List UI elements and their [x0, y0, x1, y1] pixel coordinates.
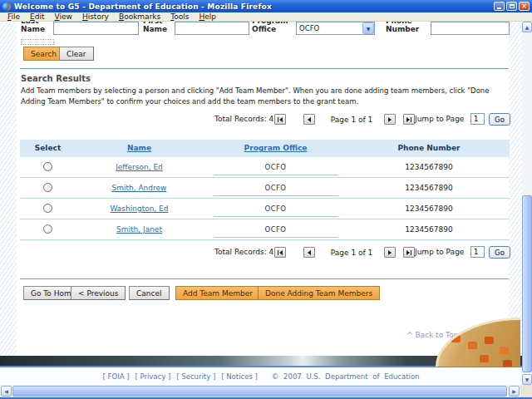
- divider: [20, 278, 509, 279]
- last-page-button[interactable]: [403, 114, 415, 125]
- last-name-input[interactable]: [53, 22, 139, 35]
- menu-bar: File Edit View History Bookmarks Tools H…: [0, 12, 532, 22]
- phone-number-value: 1234567890: [405, 179, 452, 192]
- search-button[interactable]: Search: [23, 47, 64, 61]
- select-radio[interactable]: [43, 162, 52, 171]
- first-page-button[interactable]: [274, 114, 286, 125]
- header-program-office-label[interactable]: Program Office: [244, 144, 308, 152]
- table-row: Jefferson, Ed OCFO 1234567890: [20, 157, 510, 178]
- window-title: Welcome to G5 - Department of Education …: [14, 2, 494, 11]
- cancel-button[interactable]: Cancel: [129, 286, 170, 300]
- clear-button[interactable]: Clear: [59, 47, 94, 61]
- classroom-chairs-image: [436, 318, 520, 367]
- menu-history[interactable]: History: [78, 12, 115, 21]
- jump-to-page-input[interactable]: [470, 113, 485, 125]
- scrollbar-corner: [520, 385, 532, 397]
- table-row: Smith, Janet OCFO 1234567890: [20, 219, 510, 240]
- focus-marker: [21, 39, 54, 45]
- window-titlebar: Welcome to G5 - Department of Education …: [0, 0, 532, 12]
- phone-number-value: 1234567890: [405, 200, 452, 213]
- phone-number-input[interactable]: [431, 22, 510, 35]
- vertical-scrollbar-thumb[interactable]: [522, 195, 532, 372]
- previous-page-icon: [308, 250, 311, 255]
- footer-link-notices[interactable]: [ Notices ]: [221, 372, 258, 381]
- left-margin-stripes: [0, 22, 17, 356]
- previous-page-button[interactable]: [303, 114, 315, 125]
- scroll-left-button[interactable]: ◀: [1, 386, 12, 397]
- first-page-button[interactable]: [274, 247, 286, 258]
- program-office-value: OCFO: [214, 225, 338, 238]
- scroll-right-button[interactable]: ▶: [509, 386, 520, 397]
- window-controls: ×: [494, 2, 530, 11]
- vertical-scrollbar[interactable]: ▲ ▼: [522, 22, 532, 385]
- last-page-button[interactable]: [403, 247, 415, 258]
- copyright-text: © 2007 U.S. Department of Education: [272, 372, 420, 381]
- next-page-icon: [388, 250, 392, 255]
- add-team-member-button[interactable]: Add Team Member: [175, 286, 260, 300]
- previous-button[interactable]: < Previous: [71, 286, 126, 300]
- next-page-icon: [388, 117, 392, 122]
- browser-window: Welcome to G5 - Department of Education …: [0, 0, 532, 399]
- program-office-select[interactable]: OCFO ▼: [296, 22, 375, 35]
- first-name-input[interactable]: [175, 22, 249, 35]
- menu-help[interactable]: Help: [195, 12, 222, 21]
- footer-link-security[interactable]: [ Security ]: [176, 372, 215, 381]
- go-button[interactable]: Go: [489, 246, 510, 259]
- firefox-icon: [2, 2, 11, 11]
- footer-link-privacy[interactable]: [ Privacy ]: [135, 372, 170, 381]
- page-footer: [ FOIA ] [ Privacy ] [ Security ] [ Noti…: [0, 367, 522, 385]
- maximize-button[interactable]: [506, 2, 517, 11]
- program-office-value: OCFO: [214, 163, 338, 175]
- person-name-link[interactable]: Washington, Ed: [110, 200, 168, 213]
- menu-view[interactable]: View: [51, 12, 78, 21]
- minimize-button[interactable]: [494, 2, 505, 11]
- first-page-icon: [278, 117, 283, 122]
- pagination-bottom: Total Records: 4 Page 1 of 1 Jump to Pag…: [21, 244, 510, 261]
- program-office-value: OCFO: [214, 204, 338, 217]
- total-records-label: Total Records: 4: [214, 115, 273, 123]
- menu-edit[interactable]: Edit: [26, 12, 50, 21]
- previous-page-button[interactable]: [303, 247, 315, 258]
- pagination-top: Total Records: 4 Page 1 of 1 Jump to Pag…: [21, 111, 510, 128]
- close-button[interactable]: ×: [519, 2, 530, 11]
- table-body: Jefferson, Ed OCFO 1234567890 Smith, And…: [20, 157, 510, 240]
- previous-page-icon: [308, 117, 311, 122]
- select-radio[interactable]: [43, 204, 52, 213]
- scroll-up-button[interactable]: ▲: [522, 22, 532, 32]
- divider: [20, 68, 509, 69]
- phone-number-value: 1234567890: [405, 220, 452, 234]
- select-radio[interactable]: [43, 183, 52, 192]
- person-name-link[interactable]: Jefferson, Ed: [116, 158, 163, 171]
- first-name-label: First Name: [143, 22, 178, 33]
- footer-link-foia[interactable]: [ FOIA ]: [103, 372, 130, 381]
- menu-bookmarks[interactable]: Bookmarks: [115, 12, 166, 21]
- horizontal-scrollbar[interactable]: ◀ ▶: [0, 385, 532, 397]
- person-name-link[interactable]: Smith, Janet: [116, 220, 162, 234]
- done-adding-team-members-button[interactable]: Done Adding Team Members: [258, 286, 380, 300]
- jump-to-page-label: Jump to Page: [415, 248, 464, 256]
- horizontal-scrollbar-thumb[interactable]: [12, 386, 507, 397]
- go-button[interactable]: Go: [489, 113, 510, 126]
- menu-file[interactable]: File: [3, 12, 26, 21]
- program-office-selected-value: OCFO: [297, 24, 362, 32]
- table-row: Smith, Andrew OCFO 1234567890: [20, 178, 510, 199]
- total-records-label: Total Records: 4: [214, 248, 273, 256]
- page-status-label: Page 1 of 1: [327, 116, 377, 124]
- menu-tools[interactable]: Tools: [166, 12, 195, 21]
- header-program-office-sort-link[interactable]: Program Office: [203, 140, 348, 157]
- chevron-down-icon[interactable]: ▼: [362, 22, 374, 34]
- minimize-icon: [497, 7, 501, 9]
- next-page-button[interactable]: [384, 114, 396, 125]
- scroll-down-button[interactable]: ▼: [522, 374, 532, 385]
- person-name-link[interactable]: Smith, Andrew: [112, 179, 167, 192]
- instructions-text: Add Team members by selecting a person a…: [21, 86, 501, 106]
- header-name-sort-link[interactable]: Name: [76, 140, 203, 157]
- page-content: Last Name First Name Program Office OCFO…: [0, 22, 522, 385]
- jump-to-page-input[interactable]: [470, 246, 485, 258]
- page-status-label: Page 1 of 1: [327, 249, 377, 257]
- last-page-icon: [406, 117, 411, 122]
- header-name-label[interactable]: Name: [127, 144, 151, 152]
- next-page-button[interactable]: [384, 247, 396, 258]
- right-margin-stripes: [509, 22, 522, 356]
- select-radio[interactable]: [43, 224, 52, 234]
